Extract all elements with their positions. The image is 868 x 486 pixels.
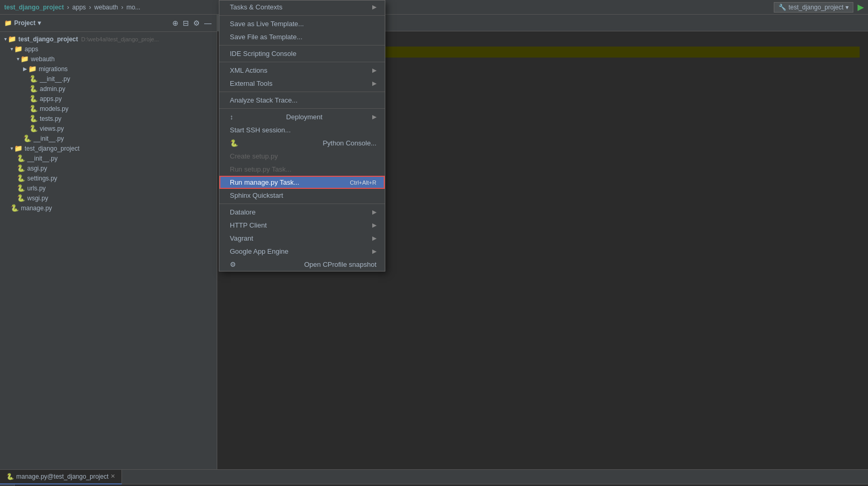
menu-label-vagrant: Vagrant [230, 234, 253, 242]
menu-item-python-console[interactable]: 🐍 Python Console... [219, 137, 385, 150]
bottom-panel: 🐍 manage.py@test_django_project ✕ ↑ ↓ ≡ … [0, 469, 868, 486]
menu-item-analyze-stack[interactable]: Analyze Stack Trace... [219, 94, 385, 107]
top-bar-right: 🔧 test_django_project ▾ ▶ [774, 2, 864, 13]
run-icon[interactable]: ▶ [858, 2, 864, 12]
menu-item-google-app-engine[interactable]: Google App Engine ▶ [219, 245, 385, 258]
py-icon-urls: 🐍 [17, 184, 25, 192]
bottom-tab-label: manage.py@test_django_project [16, 473, 108, 480]
menu-sep-4 [219, 92, 385, 92]
project-name: test_django_project [788, 4, 843, 11]
tree-item-settings[interactable]: 🐍 settings.py [0, 173, 217, 183]
tree-item-wsgi[interactable]: 🐍 wsgi.py [0, 193, 217, 203]
arrow-apps: ▾ [10, 46, 13, 52]
menu-label-datalore: Datalore [230, 208, 255, 216]
top-bar: test_django_project › apps › webauth › m… [0, 0, 868, 15]
sidebar-dropdown-icon[interactable]: ▾ [38, 19, 41, 27]
menu-label-analyze-stack: Analyze Stack Trace... [230, 96, 297, 104]
project-selector[interactable]: 🔧 test_django_project ▾ [774, 2, 853, 13]
menu-label-create-setup: Create setup.py [230, 152, 278, 160]
tree-item-init1[interactable]: 🐍 __init__.py [0, 74, 217, 84]
bottom-tab-manage[interactable]: 🐍 manage.py@test_django_project ✕ [0, 470, 122, 484]
menu-item-xml-actions[interactable]: XML Actions ▶ [219, 64, 385, 77]
sidebar-header: 📁 Project ▾ ⊕ ⊟ ⚙ — [0, 15, 217, 32]
arrow-root: ▾ [4, 36, 7, 42]
tree-item-init2[interactable]: 🐍 __init__.py [0, 133, 217, 143]
breadcrumb-apps: apps [72, 4, 86, 11]
menu-label-xml-actions: XML Actions [230, 66, 268, 74]
menu-label-ide-scripting: IDE Scripting Console [230, 50, 296, 58]
py-icon-init1: 🐍 [29, 75, 38, 83]
menu-item-vagrant[interactable]: Vagrant ▶ [219, 232, 385, 245]
tree-item-admin[interactable]: 🐍 admin.py [0, 84, 217, 94]
folder-icon-tdp: 📁 [14, 144, 23, 152]
tree-item-viewspy[interactable]: 🐍 views.py [0, 123, 217, 133]
py-icon-init2: 🐍 [23, 134, 31, 142]
tree-item-manage[interactable]: 🐍 manage.py [0, 203, 217, 213]
tree-label-viewspy: views.py [40, 125, 64, 132]
tree-item-asgi[interactable]: 🐍 asgi.py [0, 163, 217, 173]
menu-item-start-ssh[interactable]: Start SSH session... [219, 123, 385, 137]
tree-label-asgi: asgi.py [27, 165, 47, 172]
breadcrumb-webauth: webauth [94, 4, 118, 11]
sidebar-title: 📁 Project ▾ [4, 19, 41, 27]
tree-path-root: D:\web4ai\test_django_proje... [81, 36, 159, 42]
menu-item-sphinx[interactable]: Sphinx Quickstart [219, 189, 385, 202]
menu-item-http-client[interactable]: HTTP Client ▶ [219, 219, 385, 232]
tree-label-appspy: apps.py [40, 95, 62, 103]
tree-item-init3[interactable]: 🐍 __init__.py [0, 153, 217, 163]
settings-icon[interactable]: ⚙ [192, 18, 201, 28]
menu-sep-1 [219, 15, 385, 16]
tree-label-webauth: webauth [31, 55, 54, 63]
tree-label-apps: apps [25, 46, 38, 53]
breadcrumb-file: mo... [126, 4, 140, 11]
minimize-icon[interactable]: — [203, 18, 213, 28]
folder-icon-root: 📁 [8, 35, 16, 43]
menu-item-run-manage[interactable]: Run manage.py Task... Ctrl+Alt+R [219, 176, 385, 189]
py-icon-init3: 🐍 [17, 154, 25, 162]
tree-item-apps[interactable]: ▾ 📁 apps [0, 44, 217, 54]
menu-label-start-ssh: Start SSH session... [230, 126, 291, 134]
bottom-tab-close[interactable]: ✕ [110, 473, 115, 480]
menu-item-external-tools[interactable]: External Tools ▶ [219, 77, 385, 90]
submenu-arrow-xml: ▶ [372, 67, 376, 74]
menu-label-save-live: Save as Live Template... [230, 20, 304, 28]
tree-item-migrations[interactable]: ▶ 📁 migrations [0, 64, 217, 74]
folder-icon-webauth: 📁 [20, 55, 29, 63]
menu-sep-3 [219, 62, 385, 62]
tree-label-migrations: migrations [39, 65, 68, 73]
folder-icon-apps: 📁 [14, 45, 23, 53]
menu-item-save-live[interactable]: Save as Live Template... [219, 17, 385, 30]
tree-item-tdp[interactable]: ▾ 📁 test_django_project [0, 143, 217, 153]
breadcrumb-project[interactable]: test_django_project [4, 4, 64, 11]
deployment-icon: ↕ [230, 113, 233, 121]
arrow-tdp: ▾ [10, 145, 13, 151]
menu-label-run-setup-task: Run setup.py Task... [230, 165, 292, 173]
locate-icon[interactable]: ⊕ [171, 18, 180, 28]
menu-label-save-file: Save File as Template... [230, 33, 303, 41]
tree-item-modelspy[interactable]: 🐍 models.py [0, 104, 217, 114]
project-tree: ▾ 📁 test_django_project D:\web4ai\test_d… [0, 32, 217, 469]
tree-item-urls[interactable]: 🐍 urls.py [0, 183, 217, 193]
tree-item-root[interactable]: ▾ 📁 test_django_project D:\web4ai\test_d… [0, 34, 217, 44]
collapse-icon[interactable]: ⊟ [182, 18, 190, 28]
tree-label-admin: admin.py [40, 85, 65, 93]
folder-icon-migrations: 📁 [28, 65, 37, 73]
submenu-arrow-gae: ▶ [372, 248, 376, 255]
project-icon: 🔧 [778, 4, 786, 11]
menu-item-deployment[interactable]: ↕ Deployment ▶ [219, 110, 385, 123]
tree-item-appspy[interactable]: 🐍 apps.py [0, 94, 217, 104]
tree-item-testspy[interactable]: 🐍 tests.py [0, 114, 217, 123]
menu-item-save-file[interactable]: Save File as Template... [219, 30, 385, 43]
menu-sep-6 [219, 204, 385, 204]
tree-item-webauth[interactable]: ▾ 📁 webauth [0, 54, 217, 64]
menu-item-open-cprofile[interactable]: ⚙ Open CProfile snapshot [219, 258, 385, 271]
menu-item-run-setup-task: Run setup.py Task... [219, 163, 385, 176]
py-icon-asgi: 🐍 [17, 164, 25, 172]
arrow-migrations: ▶ [23, 66, 27, 72]
sidebar-icons: ⊕ ⊟ ⚙ — [171, 18, 213, 28]
context-menu: Tasks & Contexts ▶ Save as Live Template… [219, 15, 385, 272]
menu-item-ide-scripting[interactable]: IDE Scripting Console [219, 47, 385, 60]
py-icon-manage: 🐍 [10, 204, 19, 212]
menu-item-datalore[interactable]: Datalore ▶ [219, 206, 385, 219]
py-icon-appspy: 🐍 [29, 95, 38, 103]
